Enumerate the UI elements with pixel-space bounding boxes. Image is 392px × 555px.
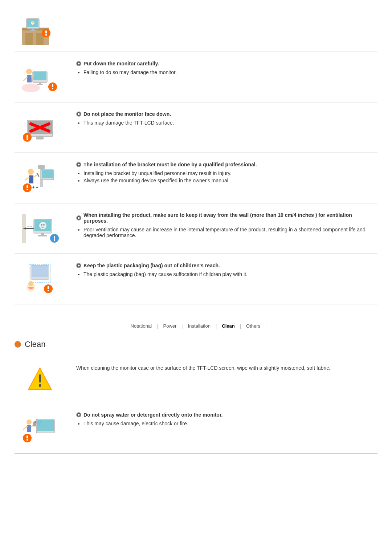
top-image-row: [15, 7, 377, 52]
warning-triangle-svg: [25, 365, 54, 394]
section-bracket-image: ✦✦: [15, 162, 65, 194]
svg-text:✦✦: ✦✦: [32, 185, 39, 190]
section-ventilation-image: ←→: [15, 212, 65, 245]
section-packaging-bullets: The plastic packaging (bag) may cause su…: [83, 271, 377, 277]
svg-rect-38: [29, 175, 33, 183]
clean-section-heading: Clean: [15, 340, 377, 349]
svg-point-54: [41, 224, 42, 226]
svg-text:←→: ←→: [27, 225, 33, 228]
svg-point-83: [39, 424, 40, 425]
svg-rect-71: [39, 374, 41, 382]
section-ventilation-heading: When installing the product, make sure t…: [76, 212, 377, 224]
face-down-svg: [20, 111, 60, 144]
svg-rect-2: [25, 33, 33, 45]
svg-rect-57: [38, 235, 47, 236]
section-bracket: ✦✦ The installation of the bracket must …: [15, 153, 377, 203]
section-packaging: Keep the plastic packaging (bag) out of …: [15, 254, 377, 304]
svg-rect-36: [42, 170, 53, 178]
svg-rect-86: [26, 439, 28, 441]
section-put-down-heading: Put down the monitor carefully.: [76, 61, 377, 66]
section-ventilation-content: When installing the product, make sure t…: [76, 212, 377, 240]
tab-notational[interactable]: Notational: [126, 322, 157, 330]
section-put-down-bullets: Failing to do so may damage the monitor.: [83, 69, 377, 75]
tab-installation[interactable]: Installation: [183, 322, 216, 330]
bullet-icon: [76, 412, 81, 417]
svg-point-37: [28, 169, 34, 175]
svg-point-81: [37, 422, 39, 424]
svg-rect-76: [27, 425, 31, 432]
svg-point-75: [26, 420, 32, 425]
section-put-down-image: [15, 61, 65, 93]
nav-tabs: Notational | Power | Installation | Clea…: [15, 315, 377, 334]
svg-rect-80: [34, 421, 36, 423]
svg-rect-32: [26, 138, 28, 140]
svg-point-53: [39, 222, 46, 229]
section-face-down-content: Do not place the monitor face down. This…: [76, 111, 377, 127]
bullet-icon: [76, 61, 81, 66]
clean-warning-image: [15, 365, 65, 394]
svg-rect-11: [45, 31, 47, 33]
svg-rect-23: [52, 84, 53, 87]
svg-point-65: [28, 281, 33, 286]
bracket-svg: ✦✦: [20, 162, 60, 194]
svg-rect-19: [27, 75, 32, 82]
svg-rect-60: [54, 239, 55, 241]
section-face-down-heading: Do not place the monitor face down.: [76, 111, 377, 117]
svg-point-18: [26, 69, 32, 74]
svg-point-9: [32, 21, 34, 23]
svg-line-20: [24, 77, 27, 81]
clean-warning-content: When cleaning the monitor case or the su…: [76, 365, 377, 371]
section-face-down-bullets: This may damage the TFT-LCD surface.: [83, 120, 377, 126]
bullet-icon: [76, 162, 81, 167]
section-face-down-image: [15, 111, 65, 144]
section-ventilation: ←→ When installing the product, make sur…: [15, 203, 377, 254]
no-spray-svg: [20, 412, 60, 445]
section-face-down: Do not place the monitor face down. This…: [15, 102, 377, 153]
svg-rect-17: [37, 84, 43, 85]
bullet-icon: [76, 263, 81, 268]
section-put-down: Put down the monitor carefully. Failing …: [15, 52, 377, 102]
svg-rect-24: [52, 88, 53, 89]
svg-rect-15: [33, 72, 46, 80]
tab-others[interactable]: Others: [241, 322, 265, 330]
section-no-spray-content: Do not spray water or detergent directly…: [76, 412, 377, 428]
tab-clean[interactable]: Clean: [217, 322, 240, 330]
svg-rect-43: [26, 185, 28, 188]
section-bracket-bullets: Installing the bracket by unqualified pe…: [83, 170, 377, 183]
svg-line-39: [25, 177, 29, 180]
orange-dot-icon: [15, 341, 21, 348]
top-illustration: [15, 13, 65, 46]
svg-rect-68: [48, 290, 49, 291]
nav-sep-5: |: [265, 323, 266, 329]
svg-rect-85: [26, 436, 28, 438]
section-ventilation-bullets: Poor ventilation may cause an increase i…: [83, 227, 377, 238]
section-packaging-content: Keep the plastic packaging (bag) out of …: [76, 263, 377, 279]
svg-rect-72: [39, 384, 41, 387]
svg-point-82: [40, 421, 41, 422]
bullet-icon: [76, 112, 81, 117]
tab-power[interactable]: Power: [158, 322, 181, 330]
svg-rect-67: [48, 286, 49, 289]
svg-line-77: [24, 426, 27, 429]
svg-rect-62: [32, 266, 48, 277]
section-no-spray-image: [15, 412, 65, 445]
bullet-icon: [76, 215, 81, 220]
svg-rect-12: [45, 34, 47, 36]
section-no-spray: Do not spray water or detergent directly…: [15, 403, 377, 454]
section-packaging-image: [15, 263, 65, 295]
svg-rect-34: [38, 165, 45, 169]
svg-point-55: [43, 224, 45, 226]
section-no-spray-bullets: This may cause damage, electric shock or…: [83, 421, 377, 426]
svg-rect-44: [26, 189, 28, 190]
section-bracket-heading: The installation of the bracket must be …: [76, 162, 377, 167]
clean-warning-row: When cleaning the monitor case or the su…: [15, 356, 377, 403]
section-no-spray-heading: Do not spray water or detergent directly…: [76, 412, 377, 418]
svg-rect-7: [30, 30, 36, 31]
section-bracket-content: The installation of the bracket must be …: [76, 162, 377, 185]
svg-rect-74: [37, 420, 54, 431]
svg-rect-27: [36, 137, 44, 139]
section-put-down-content: Put down the monitor carefully. Failing …: [76, 61, 377, 77]
ventilation-svg: ←→: [20, 212, 60, 245]
svg-rect-31: [26, 135, 28, 138]
put-down-svg: [20, 61, 60, 93]
